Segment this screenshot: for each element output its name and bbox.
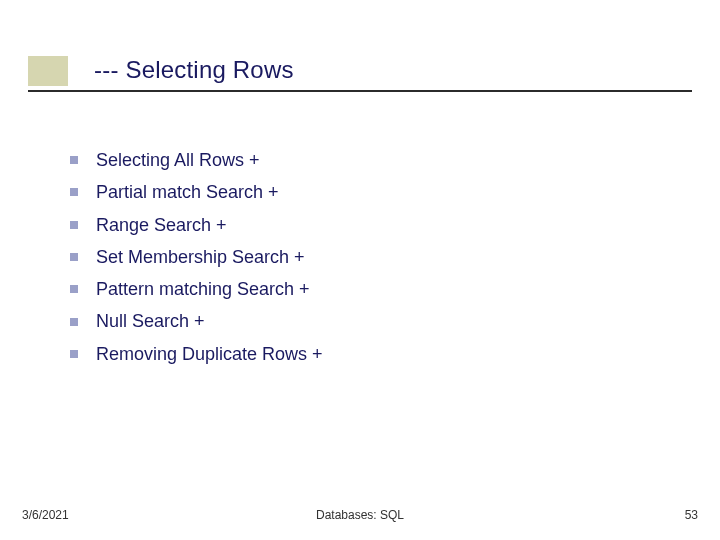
bullet-text: Removing Duplicate Rows + — [96, 342, 323, 366]
list-item: Range Search + — [70, 213, 680, 237]
list-item: Set Membership Search + — [70, 245, 680, 269]
list-item: Removing Duplicate Rows + — [70, 342, 680, 366]
bullet-text: Pattern matching Search + — [96, 277, 310, 301]
title-accent-box — [28, 56, 68, 86]
bullet-text: Partial match Search + — [96, 180, 279, 204]
bullet-text: Range Search + — [96, 213, 227, 237]
square-bullet-icon — [70, 156, 78, 164]
list-item: Partial match Search + — [70, 180, 680, 204]
footer-center: Databases: SQL — [0, 508, 720, 522]
title-block: --- Selecting Rows — [0, 48, 720, 96]
square-bullet-icon — [70, 221, 78, 229]
title-underline — [28, 90, 692, 92]
list-item: Pattern matching Search + — [70, 277, 680, 301]
square-bullet-icon — [70, 285, 78, 293]
list-item: Null Search + — [70, 309, 680, 333]
square-bullet-icon — [70, 253, 78, 261]
footer-page-number: 53 — [685, 508, 698, 522]
square-bullet-icon — [70, 318, 78, 326]
bullet-text: Selecting All Rows + — [96, 148, 260, 172]
list-item: Selecting All Rows + — [70, 148, 680, 172]
footer: 3/6/2021 Databases: SQL 53 — [0, 502, 720, 522]
body-content: Selecting All Rows + Partial match Searc… — [70, 148, 680, 374]
square-bullet-icon — [70, 188, 78, 196]
bullet-text: Null Search + — [96, 309, 205, 333]
bullet-text: Set Membership Search + — [96, 245, 305, 269]
slide-title: --- Selecting Rows — [94, 56, 294, 84]
square-bullet-icon — [70, 350, 78, 358]
